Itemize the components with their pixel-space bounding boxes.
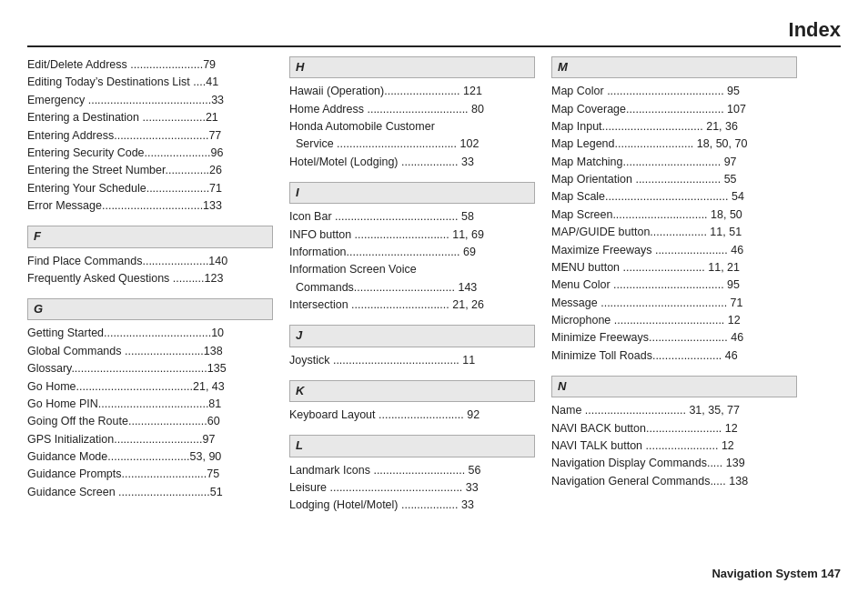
entry: Intersection ...........................… <box>289 296 535 314</box>
entry: Map Legend......................... 18, … <box>551 136 797 153</box>
entry: Go Home.................................… <box>27 378 273 396</box>
page-title: Index <box>27 18 841 47</box>
entry: NAVI TALK button .......................… <box>551 437 797 455</box>
section-I: I Icon Bar .............................… <box>289 182 535 314</box>
entry: Getting Started.........................… <box>27 325 273 342</box>
section-M: M Map Color ............................… <box>551 56 797 365</box>
entry: Emergency ..............................… <box>27 92 273 109</box>
entry: Entering Security Code..................… <box>27 145 273 162</box>
entry: Microphone .............................… <box>551 312 797 329</box>
entry: Map Coverage............................… <box>551 101 797 118</box>
entry: Minimize Freeways.......................… <box>551 329 797 347</box>
entry: Frequently Asked Questions ..........123 <box>27 270 273 287</box>
entry: Icon Bar ...............................… <box>289 208 535 226</box>
entry: Editing Today’s Destinations List ....41 <box>27 74 273 91</box>
entry: NAVI BACK button........................… <box>551 420 797 437</box>
entry: Glossary................................… <box>27 360 273 377</box>
entry: Joystick ...............................… <box>289 352 535 369</box>
entry: Information Screen Voice <box>289 261 535 278</box>
entry: Message ................................… <box>551 295 797 312</box>
section-header-J: J <box>289 325 535 347</box>
entry: Going Off the Route.....................… <box>27 413 273 430</box>
column-right: M Map Color ............................… <box>551 56 797 558</box>
entry: Edit/Delete Address ....................… <box>27 56 273 74</box>
entry: Maximize Freeways ......................… <box>551 242 797 259</box>
entry: Hawaii (Operation)......................… <box>289 83 535 100</box>
entry: Map Scale...............................… <box>551 188 797 206</box>
footer-text: Navigation System 147 <box>712 567 841 580</box>
section-E: Edit/Delete Address ....................… <box>27 56 273 215</box>
entry: MENU button .......................... 1… <box>551 259 797 276</box>
entry: Find Place Commands.....................… <box>27 253 273 270</box>
entry: Information.............................… <box>289 244 535 261</box>
section-header-M: M <box>551 56 797 78</box>
entry: Keyboard Layout ........................… <box>289 407 535 424</box>
entry: Map Input...............................… <box>551 118 797 136</box>
section-H: H Hawaii (Operation)....................… <box>289 56 535 171</box>
entry: Go Home PIN.............................… <box>27 396 273 413</box>
entry: Map Orientation ........................… <box>551 171 797 188</box>
section-G: G Getting Started.......................… <box>27 298 273 501</box>
entry: Commands................................… <box>289 279 535 296</box>
section-header-K: K <box>289 380 535 402</box>
section-header-F: F <box>27 226 273 247</box>
section-header-H: H <box>289 56 535 78</box>
entry: Landmark Icons .........................… <box>289 462 535 479</box>
entry: Error Message...........................… <box>27 197 273 215</box>
entry: Leisure ................................… <box>289 479 535 497</box>
section-header-G: G <box>27 298 273 320</box>
column-left: Edit/Delete Address ....................… <box>27 56 273 558</box>
entry: Guidance Prompts........................… <box>27 466 273 483</box>
entry: Global Commands ........................… <box>27 343 273 360</box>
entry: Service ................................… <box>289 136 535 153</box>
entry: Map Matching............................… <box>551 154 797 171</box>
entry: Menu Color .............................… <box>551 276 797 294</box>
section-header-N: N <box>551 376 797 397</box>
entry: Hotel/Motel (Lodging) ..................… <box>289 154 535 171</box>
entry: Entering a Destination .................… <box>27 109 273 126</box>
section-header-L: L <box>289 435 535 457</box>
section-K: K Keyboard Layout ......................… <box>289 380 535 425</box>
entry: Navigation General Commands..... 138 <box>551 473 797 490</box>
section-N: N Name ................................ … <box>551 376 797 490</box>
entry: Lodging (Hotel/Motel) ..................… <box>289 497 535 514</box>
entry: Home Address ...........................… <box>289 101 535 118</box>
entry: Map Color ..............................… <box>551 83 797 100</box>
entry: INFO button ............................… <box>289 226 535 244</box>
section-header-I: I <box>289 182 535 204</box>
section-L: L Landmark Icons .......................… <box>289 435 535 514</box>
entry: Entering Address........................… <box>27 127 273 145</box>
entry: Minimize Toll Roads.....................… <box>551 347 797 365</box>
columns: Edit/Delete Address ....................… <box>27 56 841 558</box>
index-page: Index Edit/Delete Address ..............… <box>0 0 868 593</box>
entry: Entering the Street Number..............… <box>27 162 273 179</box>
entry: Honda Automobile Customer <box>289 118 535 136</box>
entry: Navigation Display Commands..... 139 <box>551 455 797 472</box>
section-F: F Find Place Commands...................… <box>27 226 273 287</box>
entry: Map Screen..............................… <box>551 206 797 224</box>
entry: Name ................................ 31… <box>551 402 797 419</box>
entry: Entering Your Schedule..................… <box>27 180 273 197</box>
entry: Guidance Mode..........................5… <box>27 448 273 466</box>
section-J: J Joystick .............................… <box>289 325 535 369</box>
entry: GPS Initialization......................… <box>27 431 273 448</box>
entry: Guidance Screen ........................… <box>27 484 273 501</box>
entry: MAP/GUIDE button.................. 11, 5… <box>551 224 797 241</box>
column-mid: H Hawaii (Operation)....................… <box>289 56 535 558</box>
